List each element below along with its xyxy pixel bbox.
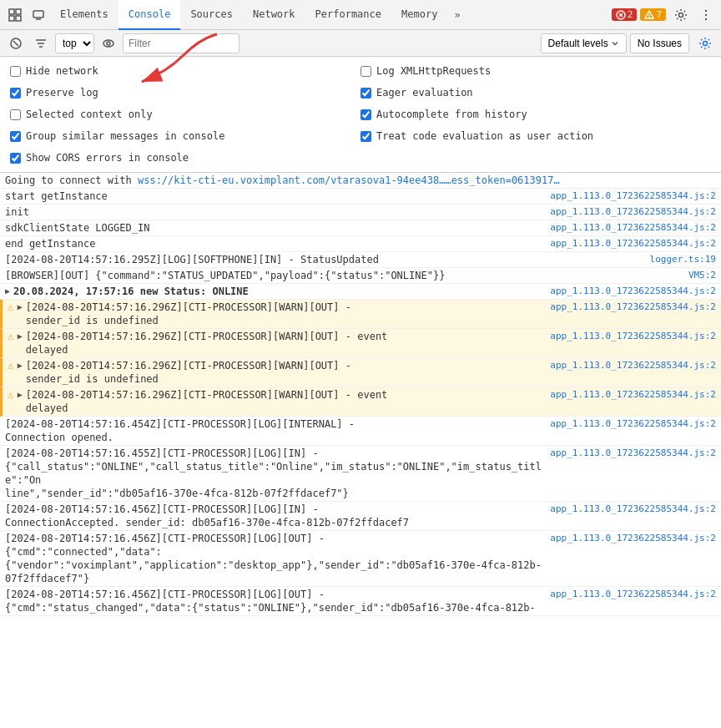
group-similar-checkbox[interactable] <box>10 131 21 142</box>
filter-toggle-button[interactable] <box>30 33 52 54</box>
log-source[interactable]: app_1.113.0_1723622585344.js:2 <box>543 359 716 371</box>
log-source[interactable]: app_1.113.0_1723622585344.js:2 <box>543 301 716 312</box>
badge-area: 2 7 <box>612 3 718 27</box>
svg-rect-2 <box>16 9 21 14</box>
log-source[interactable]: app_1.113.0_1723622585344.js:2 <box>543 447 716 458</box>
selected-context-row: Selected context only <box>10 105 360 124</box>
log-link[interactable]: wss://kit-cti-eu.voximplant.com/vtarasov… <box>138 174 560 186</box>
cors-errors-label: Show CORS errors in console <box>26 152 189 164</box>
log-source[interactable]: app_1.113.0_1723622585344.js:2 <box>543 221 716 233</box>
tab-network[interactable]: Network <box>243 0 305 30</box>
eager-eval-row: Eager evaluation <box>360 83 711 102</box>
log-source[interactable]: app_1.113.0_1723622585344.js:2 <box>543 330 716 341</box>
warning-icon: ⚠ <box>8 330 14 343</box>
svg-rect-4 <box>16 16 21 21</box>
eye-icon-button[interactable] <box>98 33 119 54</box>
selected-context-checkbox[interactable] <box>10 109 21 120</box>
log-source[interactable]: app_1.113.0_1723622585344.js:2 <box>543 388 716 400</box>
warning-icon: ⚠ <box>8 301 14 314</box>
expand-icon[interactable]: ▶ <box>18 330 23 341</box>
clear-console-button[interactable] <box>5 33 27 54</box>
context-selector[interactable]: top <box>55 33 94 53</box>
log-entry-warning: ⚠ ▶ [2024-08-20T14:57:16.296Z][CTI-PROCE… <box>0 358 721 387</box>
more-tabs-button[interactable]: » <box>447 0 466 30</box>
treat-code-row: Treat code evaluation as user action <box>360 127 711 145</box>
console-settings-icon[interactable] <box>694 33 716 54</box>
log-entry-status: ▶ 20.08.2024, 17:57:16 new Status: ONLIN… <box>0 284 721 300</box>
inspect-icon[interactable] <box>3 3 27 27</box>
selected-context-label: Selected context only <box>26 109 153 120</box>
warning-icon: ⚠ <box>8 388 14 402</box>
default-levels-button[interactable]: Default levels <box>541 33 627 53</box>
log-source[interactable]: app_1.113.0_1723622585344.js:2 <box>543 588 716 599</box>
preserve-log-checkbox[interactable] <box>10 88 21 99</box>
hide-network-row: Hide network <box>10 62 360 80</box>
log-entry: [2024-08-20T14:57:16.456Z][CTI-PROCESSOR… <box>0 502 721 531</box>
devtools-settings-icon[interactable] <box>669 3 693 27</box>
log-source[interactable]: app_1.113.0_1723622585344.js:2 <box>543 205 716 217</box>
settings-panel: Hide network Log XMLHttpRequests Preserv… <box>0 57 721 173</box>
log-entry: [2024-08-20T14:57:16.456Z][CTI-PROCESSOR… <box>0 587 721 616</box>
log-entry: [2024-08-20T14:57:16.454Z][CTI-PROCESSOR… <box>0 417 721 446</box>
log-source[interactable]: app_1.113.0_1723622585344.js:2 <box>543 190 716 201</box>
svg-point-12 <box>705 9 707 11</box>
log-entry: Going to connect with wss://kit-cti-eu.v… <box>0 173 721 189</box>
log-entry: [BROWSER][OUT] {"command":"STATUS_UPDATE… <box>0 268 721 284</box>
tab-console[interactable]: Console <box>118 0 181 30</box>
log-entry: start getInstance app_1.113.0_1723622585… <box>0 189 721 205</box>
eager-eval-label: Eager evaluation <box>376 87 473 99</box>
svg-rect-3 <box>9 16 14 21</box>
log-source[interactable]: app_1.113.0_1723622585344.js:2 <box>543 503 716 514</box>
cors-errors-checkbox[interactable] <box>10 153 21 164</box>
warnings-badge[interactable]: 7 <box>640 8 666 21</box>
device-icon[interactable] <box>27 3 50 27</box>
svg-line-16 <box>13 41 18 46</box>
expand-icon[interactable]: ▶ <box>18 301 23 311</box>
warning-icon: ⚠ <box>8 359 14 372</box>
log-source[interactable]: app_1.113.0_1723622585344.js:2 <box>543 285 716 296</box>
svg-point-14 <box>705 18 707 19</box>
log-source[interactable]: VM5:2 <box>682 269 716 281</box>
autocomplete-row: Autocomplete from history <box>360 105 711 124</box>
svg-point-18 <box>107 42 110 45</box>
svg-point-10 <box>649 18 650 18</box>
tab-elements[interactable]: Elements <box>50 0 118 30</box>
devtools-more-icon[interactable] <box>694 3 718 27</box>
tabs-bar: Elements Console Sources Network Perform… <box>0 0 721 30</box>
autocomplete-label: Autocomplete from history <box>376 109 527 120</box>
cors-errors-row: Show CORS errors in console <box>10 149 360 167</box>
treat-code-checkbox[interactable] <box>360 131 371 142</box>
log-source[interactable]: app_1.113.0_1723622585344.js:2 <box>543 237 716 249</box>
filter-input[interactable] <box>123 33 239 53</box>
log-source[interactable]: logger.ts:19 <box>643 253 716 265</box>
group-similar-label: Group similar messages in console <box>26 130 224 142</box>
tab-sources[interactable]: Sources <box>180 0 243 30</box>
expand-icon[interactable]: ▶ <box>5 285 10 296</box>
tab-memory[interactable]: Memory <box>391 0 447 30</box>
log-xmlhttp-checkbox[interactable] <box>360 66 371 77</box>
console-toolbar: top Default levels No Issues <box>0 30 721 57</box>
preserve-log-row: Preserve log <box>10 83 360 102</box>
toolbar-right: Default levels No Issues <box>541 33 716 54</box>
expand-icon[interactable]: ▶ <box>18 359 23 370</box>
console-log-area[interactable]: Going to connect with wss://kit-cti-eu.v… <box>0 173 721 728</box>
errors-badge[interactable]: 2 <box>612 8 638 21</box>
eager-eval-checkbox[interactable] <box>360 88 371 99</box>
tab-performance[interactable]: Performance <box>305 0 391 30</box>
svg-rect-5 <box>33 11 43 18</box>
expand-icon[interactable]: ▶ <box>18 388 23 399</box>
log-entry-warning: ⚠ ▶ [2024-08-20T14:57:16.296Z][CTI-PROCE… <box>0 300 721 329</box>
svg-point-11 <box>679 13 683 17</box>
log-source[interactable]: app_1.113.0_1723622585344.js:2 <box>543 532 716 543</box>
svg-point-19 <box>703 41 708 45</box>
hide-network-checkbox[interactable] <box>10 66 21 77</box>
no-issues-button[interactable]: No Issues <box>630 33 689 53</box>
log-source[interactable]: app_1.113.0_1723622585344.js:2 <box>543 417 716 429</box>
autocomplete-checkbox[interactable] <box>360 109 371 120</box>
log-entry: [2024-08-20T14:57:16.455Z][CTI-PROCESSOR… <box>0 446 721 502</box>
log-entry: sdkClientState LOGGED_IN app_1.113.0_172… <box>0 220 721 236</box>
hide-network-label: Hide network <box>26 65 98 77</box>
log-entry: end getInstance app_1.113.0_172362258534… <box>0 236 721 252</box>
log-xmlhttp-label: Log XMLHttpRequests <box>376 65 491 77</box>
group-similar-row: Group similar messages in console <box>10 127 360 145</box>
